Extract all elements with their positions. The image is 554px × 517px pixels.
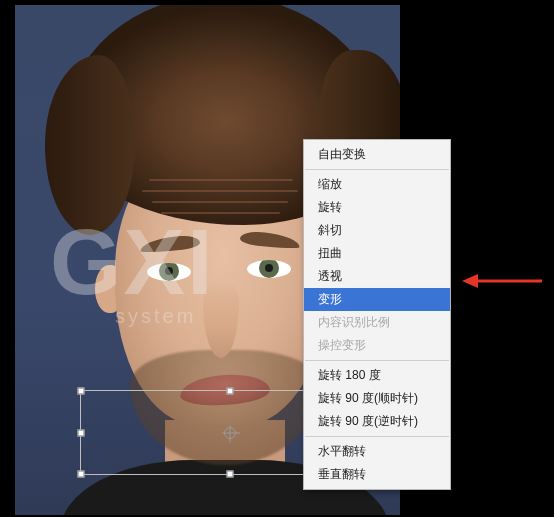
menu-separator	[305, 169, 449, 170]
menu-separator	[305, 436, 449, 437]
menu-item[interactable]: 变形	[304, 288, 450, 311]
annotation-arrow	[462, 272, 542, 290]
svg-marker-1	[462, 274, 478, 288]
menu-item[interactable]: 垂直翻转	[304, 463, 450, 486]
menu-item: 操控变形	[304, 334, 450, 357]
menu-separator	[305, 360, 449, 361]
portrait-forehead-lines	[135, 170, 305, 225]
menu-item[interactable]: 扭曲	[304, 242, 450, 265]
menu-item[interactable]: 斜切	[304, 219, 450, 242]
menu-item[interactable]: 旋转 90 度(逆时针)	[304, 410, 450, 433]
portrait-eye	[247, 260, 291, 278]
viewport: GXI system 自由变换缩放旋转斜切扭曲透视变形内容识别比例操控变形旋转 …	[0, 0, 554, 517]
transform-context-menu[interactable]: 自由变换缩放旋转斜切扭曲透视变形内容识别比例操控变形旋转 180 度旋转 90 …	[303, 139, 451, 490]
menu-item[interactable]: 透视	[304, 265, 450, 288]
menu-item[interactable]: 旋转 180 度	[304, 364, 450, 387]
portrait-beard	[130, 350, 320, 465]
menu-item[interactable]: 自由变换	[304, 143, 450, 166]
menu-item: 内容识别比例	[304, 311, 450, 334]
menu-item[interactable]: 旋转 90 度(顺时针)	[304, 387, 450, 410]
menu-item[interactable]: 旋转	[304, 196, 450, 219]
menu-item[interactable]: 缩放	[304, 173, 450, 196]
portrait-eye	[147, 263, 191, 281]
menu-item[interactable]: 水平翻转	[304, 440, 450, 463]
